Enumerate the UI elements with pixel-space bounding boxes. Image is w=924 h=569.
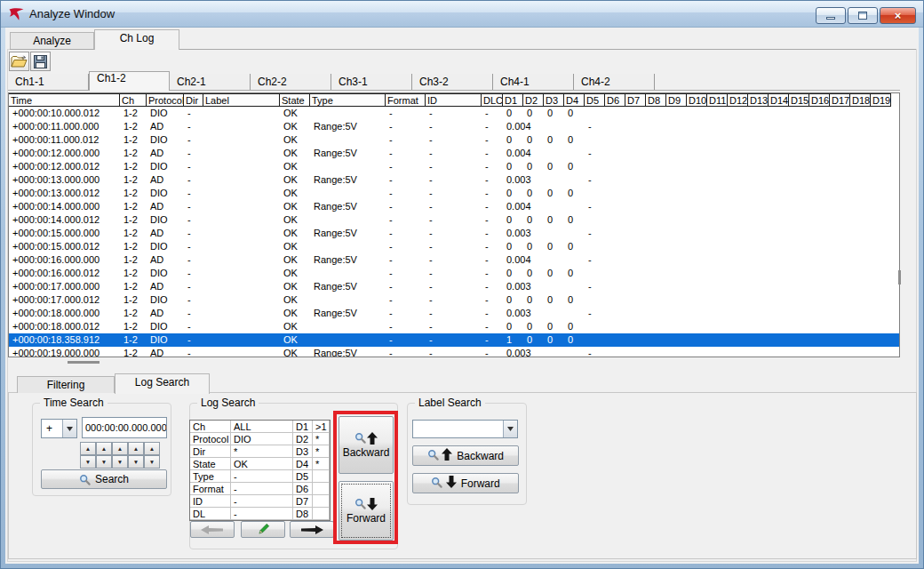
label-search-dropdown[interactable] xyxy=(503,421,517,437)
horizontal-scrollbar-thumb[interactable] xyxy=(68,361,100,364)
table-row[interactable]: +000:00:11.000.0121-2DIO-OK---0000 xyxy=(9,133,899,147)
table-row[interactable]: +000:00:17.000.0001-2AD-OKRange:5V---0.0… xyxy=(9,280,899,293)
column-header-d15[interactable]: D15 xyxy=(789,93,809,107)
table-row[interactable]: +000:00:17.000.0121-2DIO-OK---0000 xyxy=(9,293,899,307)
spin-down-button[interactable]: ▼ xyxy=(112,455,128,469)
label-search-forward-button[interactable]: Forward xyxy=(412,473,519,493)
column-header-d10[interactable]: D10 xyxy=(687,93,707,107)
column-header-d18[interactable]: D18 xyxy=(850,93,871,107)
column-header-d12[interactable]: D12 xyxy=(728,93,748,107)
restore-button[interactable] xyxy=(848,7,878,24)
time-search-button[interactable]: Search xyxy=(41,469,167,489)
column-header-d2[interactable]: D2 xyxy=(523,93,544,107)
table-row[interactable]: +000:00:18.000.0001-2AD-OKRange:5V---0.0… xyxy=(9,307,899,320)
table-row[interactable]: +000:00:18.358.9121-2DIO-OK---1000 xyxy=(9,333,899,347)
column-header-d5[interactable]: D5 xyxy=(585,93,605,107)
criteria-dval[interactable]: * xyxy=(313,458,330,470)
criteria-value[interactable]: * xyxy=(231,445,293,458)
time-sign-combo[interactable]: + xyxy=(41,419,77,438)
table-row[interactable]: +000:00:18.000.0121-2DIO-OK---0000 xyxy=(9,320,899,333)
minimize-button[interactable] xyxy=(816,7,846,24)
column-header-d6[interactable]: D6 xyxy=(605,93,625,107)
channel-tab-ch2-2[interactable]: Ch2-2 xyxy=(251,74,331,90)
column-header-dlc[interactable]: DLC xyxy=(482,93,503,107)
column-header-dir[interactable]: Dir xyxy=(184,93,203,107)
tab-filtering[interactable]: Filtering xyxy=(17,376,115,393)
column-header-protocol[interactable]: Protocol xyxy=(147,93,184,107)
spin-down-button[interactable]: ▼ xyxy=(80,455,96,469)
open-file-button[interactable] xyxy=(9,52,29,71)
table-row[interactable]: +000:00:14.000.0121-2DIO-OK---0000 xyxy=(9,213,899,227)
time-search-input[interactable] xyxy=(82,417,167,438)
spin-up-button[interactable]: ▲ xyxy=(144,442,160,455)
spin-up-button[interactable]: ▲ xyxy=(96,442,112,455)
criteria-dval[interactable]: * xyxy=(313,433,330,445)
channel-tab-ch4-2[interactable]: Ch4-2 xyxy=(574,74,655,90)
table-row[interactable]: +000:00:15.000.0121-2DIO-OK---0000 xyxy=(9,240,899,253)
table-row[interactable]: +000:00:12.000.0121-2DIO-OK---0000 xyxy=(9,160,899,173)
tab-analyze[interactable]: Analyze xyxy=(10,32,94,49)
column-header-d3[interactable]: D3 xyxy=(544,93,564,107)
column-header-id[interactable]: ID xyxy=(426,93,482,107)
table-row[interactable]: +000:00:19.000.0001-2AD-OKRange:5V---0.0… xyxy=(9,347,899,357)
spin-down-button[interactable]: ▼ xyxy=(144,455,160,469)
criteria-dval[interactable] xyxy=(313,470,330,483)
criteria-value[interactable]: - xyxy=(231,483,293,495)
criteria-dval[interactable]: * xyxy=(313,445,330,458)
criteria-value[interactable]: DIO xyxy=(231,433,293,445)
criteria-value[interactable]: OK xyxy=(231,458,293,470)
column-header-d16[interactable]: D16 xyxy=(809,93,830,107)
label-search-backward-button[interactable]: Backward xyxy=(412,445,519,466)
tab-ch-log[interactable]: Ch Log xyxy=(94,29,179,50)
column-header-d4[interactable]: D4 xyxy=(564,93,585,107)
channel-tab-ch3-2[interactable]: Ch3-2 xyxy=(412,74,493,90)
column-header-label[interactable]: Label xyxy=(203,93,280,107)
vertical-scrollbar-thumb[interactable] xyxy=(898,270,901,284)
spin-down-button[interactable]: ▼ xyxy=(128,455,144,469)
table-row[interactable]: +000:00:11.000.0001-2AD-OKRange:5V---0.0… xyxy=(9,120,899,133)
column-header-state[interactable]: State xyxy=(280,93,310,107)
log-search-forward-button[interactable]: Forward xyxy=(339,481,394,541)
criteria-dval[interactable] xyxy=(313,508,330,520)
column-header-d19[interactable]: D19 xyxy=(871,93,891,107)
spin-down-button[interactable]: ▼ xyxy=(96,455,112,469)
criteria-value[interactable]: - xyxy=(231,470,293,483)
table-row[interactable]: +000:00:13.000.0121-2DIO-OK---0000 xyxy=(9,187,899,200)
table-row[interactable]: +000:00:15.000.0001-2AD-OKRange:5V---0.0… xyxy=(9,227,899,240)
criteria-dval[interactable] xyxy=(313,495,330,508)
time-sign-dropdown[interactable] xyxy=(62,420,76,437)
column-header-d8[interactable]: D8 xyxy=(646,93,666,107)
table-row[interactable]: +000:00:16.000.0001-2AD-OKRange:5V---0.0… xyxy=(9,253,899,267)
channel-tab-ch4-1[interactable]: Ch4-1 xyxy=(493,74,574,90)
table-row[interactable]: +000:00:12.000.0001-2AD-OKRange:5V---0.0… xyxy=(9,147,899,160)
column-header-d17[interactable]: D17 xyxy=(830,93,850,107)
criteria-edit-button[interactable] xyxy=(241,521,285,538)
log-search-backward-button[interactable]: Backward xyxy=(339,416,394,474)
criteria-dval[interactable]: >1 xyxy=(313,421,330,433)
spin-up-button[interactable]: ▲ xyxy=(80,442,96,455)
spin-up-button[interactable]: ▲ xyxy=(112,442,128,455)
channel-tab-ch3-1[interactable]: Ch3-1 xyxy=(331,74,412,90)
column-header-d11[interactable]: D11 xyxy=(707,93,728,107)
criteria-value[interactable]: ALL xyxy=(231,421,293,433)
table-row[interactable]: +000:00:13.000.0001-2AD-OKRange:5V---0.0… xyxy=(9,173,899,187)
column-header-d13[interactable]: D13 xyxy=(748,93,769,107)
label-search-combo[interactable] xyxy=(412,420,518,438)
column-header-d14[interactable]: D14 xyxy=(769,93,789,107)
channel-tab-ch2-1[interactable]: Ch2-1 xyxy=(170,74,251,90)
criteria-value[interactable]: - xyxy=(231,495,293,508)
tab-log-search[interactable]: Log Search xyxy=(115,373,210,394)
channel-tab-ch1-2[interactable]: Ch1-2 xyxy=(89,71,170,91)
save-file-button[interactable] xyxy=(30,52,51,71)
column-header-ch[interactable]: Ch xyxy=(120,93,147,107)
column-header-format[interactable]: Format xyxy=(386,93,426,107)
spin-up-button[interactable]: ▲ xyxy=(128,442,144,455)
column-header-d9[interactable]: D9 xyxy=(666,93,687,107)
criteria-dval[interactable] xyxy=(313,483,330,495)
table-row[interactable]: +000:00:10.000.0121-2DIO-OK---0000 xyxy=(9,107,899,120)
column-header-type[interactable]: Type xyxy=(310,93,386,107)
column-header-time[interactable]: Time xyxy=(9,93,120,107)
table-row[interactable]: +000:00:16.000.0121-2DIO-OK---0000 xyxy=(9,267,899,280)
criteria-value[interactable]: - xyxy=(231,508,293,520)
criteria-previous-button[interactable] xyxy=(190,521,235,538)
